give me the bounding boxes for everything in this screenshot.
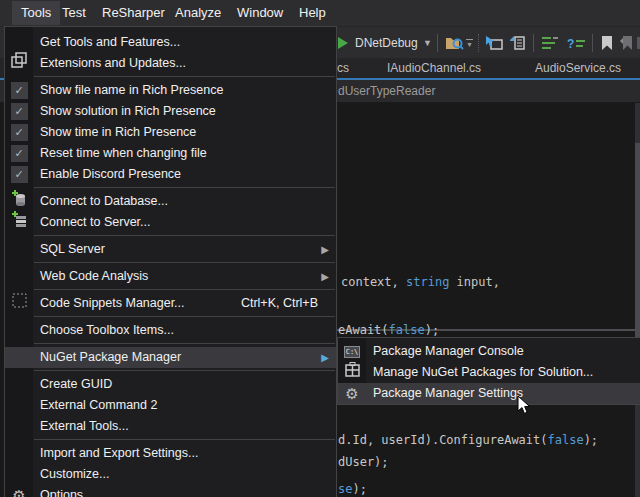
- bookmark-icon[interactable]: [600, 27, 614, 59]
- menu-item-get-tools-and-features[interactable]: Get Tools and Features...: [5, 32, 336, 53]
- menu-item-manage-nuget-packages-for-solution[interactable]: Manage NuGet Packages for Solution...: [338, 362, 640, 383]
- code-text: d.Id, userId).ConfigureAwait(: [338, 433, 548, 447]
- menu-item-gutter: [5, 212, 33, 233]
- menu-separator: [34, 76, 335, 77]
- code-line: se);: [338, 481, 367, 497]
- menu-item-gutter: [5, 416, 33, 437]
- editor-vertical-scrollbar[interactable]: [635, 103, 640, 497]
- menu-item-extensions-and-updates[interactable]: Extensions and Updates...: [5, 53, 336, 74]
- document-tab-cs[interactable]: cs: [337, 58, 349, 78]
- menu-item-gutter: ✓: [5, 143, 33, 164]
- code-text: );: [352, 482, 366, 496]
- code-keyword: false: [389, 323, 425, 337]
- menu-separator: [34, 439, 335, 440]
- pointer-frame-icon[interactable]: [485, 27, 503, 59]
- run-config-label: DNetDebug: [355, 36, 418, 50]
- menu-item-shortcut: Ctrl+K, Ctrl+B: [241, 293, 318, 314]
- bookmark-previous-icon[interactable]: [619, 27, 633, 59]
- menu-item-label: External Tools...: [40, 416, 129, 437]
- menu-item-sql-server[interactable]: SQL Server▶: [5, 239, 336, 260]
- menu-item-external-command-2[interactable]: External Command 2: [5, 395, 336, 416]
- menu-item-label: Package Manager Settings: [373, 383, 523, 404]
- code-keyword: se: [338, 482, 352, 496]
- tools-menu-popup: Get Tools and Features...Extensions and …: [4, 26, 337, 497]
- play-icon[interactable]: [337, 27, 349, 59]
- menu-item-customize[interactable]: Customize...: [5, 464, 336, 485]
- menu-item-label: Get Tools and Features...: [40, 32, 180, 53]
- menu-item-import-and-export-settings[interactable]: Import and Export Settings...: [5, 443, 336, 464]
- menu-item-show-solution-in-rich-presence[interactable]: ✓Show solution in Rich Presence: [5, 101, 336, 122]
- snippets-icon: [12, 293, 27, 315]
- code-text: );: [425, 323, 439, 337]
- menu-item-create-guid[interactable]: Create GUID: [5, 374, 336, 395]
- code-text: context,: [341, 275, 406, 289]
- menu-item-label: Web Code Analysis: [40, 266, 148, 287]
- menu-item-label: External Command 2: [40, 395, 157, 416]
- menu-item-label: Import and Export Settings...: [40, 443, 198, 464]
- copy-document-icon[interactable]: [508, 27, 526, 59]
- toolbar-separator: [437, 34, 438, 52]
- menubar-item-help[interactable]: Help: [290, 1, 335, 25]
- code-keyword: string: [406, 275, 449, 289]
- menu-item-gutter: [5, 32, 33, 53]
- checkmark-icon: ✓: [11, 166, 28, 183]
- code-line: context, string input,: [341, 274, 500, 290]
- toolbar-separator: [478, 34, 479, 52]
- code-text: );: [584, 433, 598, 447]
- bookmark-clipped-icon[interactable]: [636, 27, 640, 59]
- menu-item-options[interactable]: ⚙Options...: [5, 485, 336, 497]
- code-keyword: false: [548, 433, 584, 447]
- menu-item-label: Options...: [40, 485, 94, 497]
- menu-item-connect-to-database[interactable]: Connect to Database...: [5, 191, 336, 212]
- comment-question-icon[interactable]: ?: [566, 27, 586, 59]
- submenu-arrow-icon: ▶: [321, 266, 329, 287]
- menu-item-gutter: C:\: [338, 341, 366, 362]
- menu-item-web-code-analysis[interactable]: Web Code Analysis▶: [5, 266, 336, 287]
- menu-separator: [34, 262, 335, 263]
- menu-item-gutter: [5, 53, 33, 74]
- run-config-selector[interactable]: DNetDebug: [355, 27, 418, 59]
- submenu-arrow-icon: ▶: [321, 239, 329, 260]
- document-tab-iaudiochannel-cs[interactable]: IAudioChannel.cs: [387, 58, 481, 78]
- indent-lines-icon[interactable]: [541, 27, 559, 59]
- menu-separator: [34, 316, 335, 317]
- menu-item-show-time-in-rich-presence[interactable]: ✓Show time in Rich Presence: [5, 122, 336, 143]
- menubar-item-test[interactable]: Test: [53, 1, 95, 25]
- menu-item-label: Manage NuGet Packages for Solution...: [373, 362, 593, 383]
- menu-item-code-snippets-manager[interactable]: Code Snippets Manager...Ctrl+K, Ctrl+B: [5, 293, 336, 314]
- database-add-icon: [11, 190, 27, 213]
- menu-item-external-tools[interactable]: External Tools...: [5, 416, 336, 437]
- menu-item-nuget-package-manager[interactable]: NuGet Package Manager▶: [5, 347, 336, 368]
- menu-item-gutter: [5, 191, 33, 212]
- menu-item-package-manager-console[interactable]: C:\Package Manager Console: [338, 341, 640, 362]
- code-line: eAwait(false);: [338, 322, 439, 338]
- menubar-item-resharper[interactable]: ReSharper: [93, 1, 174, 25]
- menu-item-gutter: ✓: [5, 122, 33, 143]
- menu-item-gutter: [5, 320, 33, 341]
- menu-item-reset-time-when-changing-file[interactable]: ✓Reset time when changing file: [5, 143, 336, 164]
- toolbar-separator: [592, 34, 593, 52]
- menu-item-label: Extensions and Updates...: [40, 53, 186, 74]
- document-tab-audioservice-cs[interactable]: AudioService.cs: [535, 58, 621, 78]
- menubar-item-analyze[interactable]: Analyze: [166, 1, 230, 25]
- menu-item-gutter: [5, 443, 33, 464]
- menu-item-show-file-name-in-rich-presence[interactable]: ✓Show file name in Rich Presence: [5, 80, 336, 101]
- gear-icon: ⚙: [345, 386, 358, 401]
- menu-item-label: Customize...: [40, 464, 109, 485]
- menu-separator: [34, 235, 335, 236]
- menu-item-enable-discord-presence[interactable]: ✓Enable Discord Presence: [5, 164, 336, 185]
- menubar-item-window[interactable]: Window: [228, 1, 292, 25]
- menu-item-choose-toolbox-items[interactable]: Choose Toolbox Items...: [5, 320, 336, 341]
- config-dropdown-caret-icon[interactable]: ▼: [423, 27, 432, 59]
- menu-item-connect-to-server[interactable]: Connect to Server...: [5, 212, 336, 233]
- folder-search-caret-icon[interactable]: ▼: [466, 27, 473, 59]
- menu-item-label: Package Manager Console: [373, 341, 524, 362]
- mouse-cursor: [517, 395, 531, 419]
- menu-item-gutter: ✓: [5, 80, 33, 101]
- gear-icon: ⚙: [12, 488, 25, 497]
- menu-item-gutter: [5, 293, 33, 314]
- menu-item-label: Create GUID: [40, 374, 112, 395]
- menu-item-package-manager-settings[interactable]: ⚙Package Manager Settings: [338, 383, 640, 404]
- folder-search-icon[interactable]: [445, 27, 464, 59]
- submenu-arrow-icon: ▶: [321, 347, 329, 368]
